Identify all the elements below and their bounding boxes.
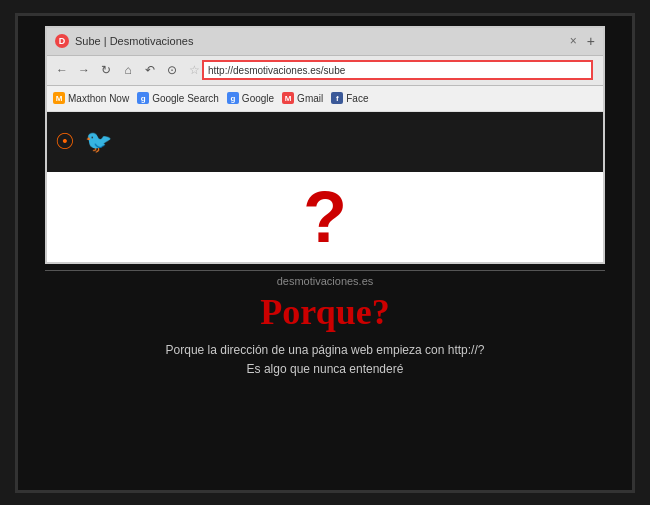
bookmark-google-search[interactable]: g Google Search — [137, 92, 219, 104]
browser-toolbar: ← → ↻ ⌂ ↶ ⊙ ☆ http://desmotivaciones.es/… — [47, 56, 603, 86]
outer-frame: D Sube | Desmotivaciones × + ← → ↻ ⌂ ↶ ⊙… — [15, 13, 635, 493]
main-title: Porque? — [45, 291, 605, 333]
page-dark-content: ☉ 🐦 — [47, 112, 603, 172]
bookmark-facebook-label: Face — [346, 93, 368, 104]
tab-title: Sube | Desmotivaciones — [75, 35, 562, 47]
description-line1: Porque la dirección de una página web em… — [45, 341, 605, 360]
bookmark-maxthon[interactable]: M Maxthon Now — [53, 92, 129, 104]
tab-close-button[interactable]: × — [570, 34, 577, 48]
page-white-area: ? — [47, 172, 603, 262]
refresh-button[interactable]: ↻ — [97, 61, 115, 79]
address-bar-container: ☆ http://desmotivaciones.es/sube — [189, 60, 593, 80]
google-search-icon: g — [137, 92, 149, 104]
star-icon[interactable]: ☆ — [189, 63, 200, 77]
description-line2: Es algo que nunca entenderé — [45, 360, 605, 379]
maxthon-icon: M — [53, 92, 65, 104]
browser-titlebar: D Sube | Desmotivaciones × + — [47, 28, 603, 56]
favicon-letter: D — [59, 36, 66, 46]
bottom-area: desmotivaciones.es Porque? Porque la dir… — [45, 270, 605, 379]
question-mark: ? — [303, 181, 347, 253]
rss-icon: ☉ — [55, 129, 75, 155]
bookmark-maxthon-label: Maxthon Now — [68, 93, 129, 104]
browser-screenshot: D Sube | Desmotivaciones × + ← → ↻ ⌂ ↶ ⊙… — [45, 26, 605, 264]
gmail-icon: M — [282, 92, 294, 104]
bookmarks-bar: M Maxthon Now g Google Search g Google M… — [47, 86, 603, 112]
facebook-icon: f — [331, 92, 343, 104]
description: Porque la dirección de una página web em… — [45, 341, 605, 379]
history-button[interactable]: ⊙ — [163, 61, 181, 79]
forward-button[interactable]: → — [75, 61, 93, 79]
bookmark-facebook[interactable]: f Face — [331, 92, 368, 104]
home-button[interactable]: ⌂ — [119, 61, 137, 79]
undo-button[interactable]: ↶ — [141, 61, 159, 79]
site-url: desmotivaciones.es — [45, 270, 605, 287]
bookmark-gmail[interactable]: M Gmail — [282, 92, 323, 104]
bookmark-gmail-label: Gmail — [297, 93, 323, 104]
bookmark-google-search-label: Google Search — [152, 93, 219, 104]
back-button[interactable]: ← — [53, 61, 71, 79]
twitter-icon: 🐦 — [85, 129, 112, 155]
tab-favicon: D — [55, 34, 69, 48]
google-icon: g — [227, 92, 239, 104]
address-text: http://desmotivaciones.es/sube — [208, 65, 345, 76]
address-bar[interactable]: http://desmotivaciones.es/sube — [202, 60, 593, 80]
bookmark-google-label: Google — [242, 93, 274, 104]
new-tab-button[interactable]: + — [587, 33, 595, 49]
bookmark-google[interactable]: g Google — [227, 92, 274, 104]
